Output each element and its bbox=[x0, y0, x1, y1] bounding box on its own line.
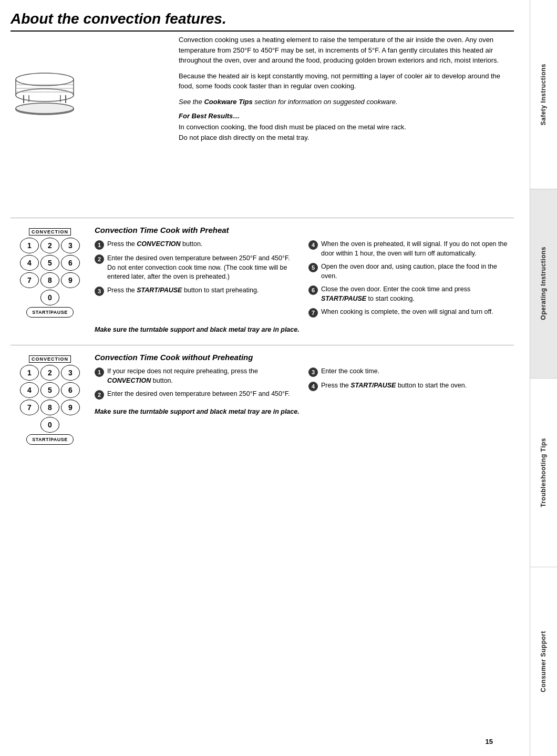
key-9[interactable]: 9 bbox=[61, 272, 80, 288]
key-2[interactable]: 2 bbox=[40, 238, 59, 253]
section1-steps-right: 4 When the oven is preheated, it will si… bbox=[308, 240, 514, 322]
intro-para3-prefix: See the bbox=[179, 98, 204, 106]
section1: CONVECTION 1 2 3 4 5 6 7 8 9 0 START/PAU… bbox=[11, 226, 514, 335]
intro-image-row: Convection cooking uses a heating elemen… bbox=[11, 35, 514, 154]
section1-instructions: Convection Time Cook with Preheat 1 Pres… bbox=[89, 226, 514, 335]
key2-0[interactable]: 0 bbox=[40, 417, 59, 433]
key2-5[interactable]: 5 bbox=[40, 382, 59, 398]
key2-6[interactable]: 6 bbox=[61, 382, 80, 398]
step-1-5: 5 Open the oven door and, using caution,… bbox=[308, 262, 514, 281]
step-num-3: 3 bbox=[95, 287, 104, 296]
key2-8[interactable]: 8 bbox=[40, 400, 59, 415]
convection-label-2: CONVECTION bbox=[29, 355, 71, 363]
step-1-3: 3 Press the START/PAUSE button to start … bbox=[95, 286, 300, 296]
section2: CONVECTION 1 2 3 4 5 6 7 8 9 0 START/PAU… bbox=[11, 353, 514, 445]
svg-point-12 bbox=[16, 103, 74, 114]
key2-2[interactable]: 2 bbox=[40, 365, 59, 381]
step2-text-3: Enter the cook time. bbox=[321, 367, 379, 376]
best-results-text: In convection cooking, the food dish mus… bbox=[179, 122, 514, 142]
step2-num-3: 3 bbox=[308, 367, 318, 377]
step-1-2: 2 Enter the desired oven temperature bet… bbox=[95, 254, 300, 282]
key2-1[interactable]: 1 bbox=[20, 365, 39, 381]
key2-3[interactable]: 3 bbox=[61, 365, 80, 381]
divider-1 bbox=[11, 218, 514, 218]
section2-make-sure: Make sure the turntable support and blac… bbox=[95, 408, 514, 415]
key-3[interactable]: 3 bbox=[61, 238, 80, 253]
key2-4[interactable]: 4 bbox=[20, 382, 39, 398]
sidebar-consumer: Consumer Support bbox=[530, 567, 557, 756]
step-num-2: 2 bbox=[95, 254, 104, 264]
key2-7[interactable]: 7 bbox=[20, 400, 39, 415]
intro-para2: Because the heated air is kept constantl… bbox=[179, 71, 514, 91]
intro-para3-suffix: section for information on suggested coo… bbox=[253, 98, 398, 106]
key-1[interactable]: 1 bbox=[20, 238, 39, 253]
keypad-1: CONVECTION 1 2 3 4 5 6 7 8 9 0 START/PAU… bbox=[11, 226, 89, 335]
step-num-5: 5 bbox=[308, 263, 318, 272]
sidebar-consumer-label: Consumer Support bbox=[540, 631, 547, 692]
section2-title: Convection Time Cook without Preheating bbox=[95, 353, 514, 362]
sidebar-troubleshooting: Troubleshooting Tips bbox=[530, 379, 557, 568]
sidebar-operating-label: Operating Instructions bbox=[540, 247, 547, 320]
key-0[interactable]: 0 bbox=[40, 290, 59, 305]
step2-text-2: Enter the desired oven temperature betwe… bbox=[107, 390, 290, 399]
section1-title: Convection Time Cook with Preheat bbox=[95, 226, 514, 234]
start-pause-btn-1[interactable]: START/PAUSE bbox=[26, 307, 74, 318]
right-sidebar: Safety Instructions Operating Instructio… bbox=[530, 0, 557, 756]
step-2-4: 4 Press the START/PAUSE button to start … bbox=[308, 381, 514, 391]
sidebar-safety: Safety Instructions bbox=[530, 0, 557, 189]
key-8[interactable]: 8 bbox=[40, 272, 59, 288]
oven-image-column bbox=[11, 35, 89, 154]
divider-2 bbox=[11, 345, 514, 345]
sidebar-troubleshooting-label: Troubleshooting Tips bbox=[540, 438, 547, 507]
convection-label-1: CONVECTION bbox=[29, 228, 71, 236]
step-text-4: When the oven is preheated, it will sign… bbox=[321, 240, 514, 258]
for-best-results-label: For Best Results… bbox=[179, 112, 514, 120]
step-1-4: 4 When the oven is preheated, it will si… bbox=[308, 240, 514, 258]
start-pause-btn-2[interactable]: START/PAUSE bbox=[26, 434, 74, 445]
section1-steps-left: 1 Press the CONVECTION button. 2 Enter t… bbox=[95, 240, 300, 322]
key-7[interactable]: 7 bbox=[20, 272, 39, 288]
step2-num-1: 1 bbox=[95, 367, 104, 377]
step-2-3: 3 Enter the cook time. bbox=[308, 367, 514, 377]
step2-text-4: Press the START/PAUSE button to start th… bbox=[321, 381, 467, 391]
section1-make-sure: Make sure the turntable support and blac… bbox=[95, 326, 514, 333]
step-num-7: 7 bbox=[308, 308, 318, 318]
key-zero-row-1: 0 bbox=[40, 290, 59, 305]
sidebar-operating: Operating Instructions bbox=[530, 189, 557, 379]
intro-para1: Convection cooking uses a heating elemen… bbox=[179, 35, 514, 66]
key-4[interactable]: 4 bbox=[20, 255, 39, 271]
step-2-1: 1 If your recipe does not require prehea… bbox=[95, 367, 300, 385]
step2-num-4: 4 bbox=[308, 382, 318, 391]
step-text-1: Press the CONVECTION button. bbox=[107, 240, 202, 249]
step-2-2: 2 Enter the desired oven temperature bet… bbox=[95, 390, 300, 400]
step-1-1: 1 Press the CONVECTION button. bbox=[95, 240, 300, 250]
page-title: About the convection features. bbox=[11, 11, 514, 32]
oven-illustration bbox=[11, 66, 79, 119]
step-text-6: Close the oven door. Enter the cook time… bbox=[321, 285, 514, 303]
step-num-1: 1 bbox=[95, 240, 104, 250]
key2-9[interactable]: 9 bbox=[61, 400, 80, 415]
sidebar-safety-label: Safety Instructions bbox=[540, 64, 547, 126]
step-1-6: 6 Close the oven door. Enter the cook ti… bbox=[308, 285, 514, 303]
step2-num-2: 2 bbox=[95, 390, 104, 400]
keypad-2: CONVECTION 1 2 3 4 5 6 7 8 9 0 START/PAU… bbox=[11, 353, 89, 445]
main-content: About the convection features. bbox=[0, 0, 530, 756]
key-6[interactable]: 6 bbox=[61, 255, 80, 271]
step-text-3: Press the START/PAUSE button to start pr… bbox=[107, 286, 259, 295]
step-text-5: Open the oven door and, using caution, p… bbox=[321, 262, 514, 281]
cookware-tips-link: Cookware Tips bbox=[204, 98, 252, 106]
section2-instructions: Convection Time Cook without Preheating … bbox=[89, 353, 514, 445]
top-section: Convection cooking uses a heating elemen… bbox=[11, 35, 514, 208]
svg-point-3 bbox=[16, 89, 74, 101]
step-text-2: Enter the desired oven temperature betwe… bbox=[107, 254, 300, 282]
keypad-grid-1: 1 2 3 4 5 6 7 8 9 bbox=[20, 238, 80, 288]
keypad-grid-2: 1 2 3 4 5 6 7 8 9 bbox=[20, 365, 80, 415]
section1-steps: 1 Press the CONVECTION button. 2 Enter t… bbox=[95, 240, 514, 322]
section2-steps: 1 If your recipe does not require prehea… bbox=[95, 367, 514, 404]
page-number: 15 bbox=[486, 738, 493, 745]
section2-steps-right: 3 Enter the cook time. 4 Press the START… bbox=[308, 367, 514, 404]
step-num-6: 6 bbox=[308, 285, 318, 295]
key-5[interactable]: 5 bbox=[40, 255, 59, 271]
section2-steps-left: 1 If your recipe does not require prehea… bbox=[95, 367, 300, 404]
step2-text-1: If your recipe does not require preheati… bbox=[107, 367, 300, 385]
